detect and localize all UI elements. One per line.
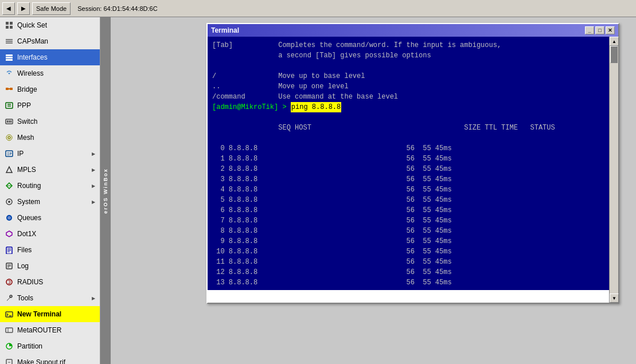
ping-row: 11 8.8.8.8 56 55 45ms (212, 257, 604, 267)
terminal-help-line-2: a second [Tab] gives possible options (212, 50, 604, 61)
svg-point-28 (7, 216, 11, 220)
terminal-blank-1 (212, 61, 604, 71)
sidebar-item-switch[interactable]: Switch (0, 113, 100, 130)
sidebar-item-mesh[interactable]: Mesh (0, 130, 100, 146)
ping-row: 4 8.8.8.8 56 55 45ms (212, 185, 604, 195)
close-button[interactable]: ✕ (606, 26, 615, 34)
bridge-icon (5, 85, 14, 94)
sidebar-item-system[interactable]: System ▶ (0, 194, 100, 210)
svg-rect-13 (6, 103, 13, 108)
sidebar-item-label: Interfaces (17, 53, 48, 61)
metarouter-icon (5, 326, 14, 335)
ping-rows-container: 0 8.8.8.8 56 55 45ms 1 8.8.8.8 56 55 45m… (212, 143, 604, 288)
sidebar-item-label: Dot1X (17, 230, 36, 238)
svg-rect-7 (6, 54, 13, 56)
sidebar-item-capsman[interactable]: CAPsMan (0, 33, 100, 49)
sidebar-item-partition[interactable]: Partition (0, 338, 100, 354)
safe-mode-button[interactable]: Safe Mode (32, 2, 71, 15)
radius-icon (5, 277, 14, 287)
ppp-icon (5, 101, 14, 110)
sidebar-item-ip[interactable]: IP IP ▶ (0, 146, 100, 162)
wireless-icon (5, 69, 14, 78)
sidebar-item-label: Make Supout.rif (17, 358, 65, 364)
log-icon (5, 261, 14, 271)
terminal-command: ping 8.8.8.8 (291, 102, 341, 112)
sidebar-item-wireless[interactable]: Wireless (0, 65, 100, 81)
capsman-icon (5, 37, 14, 46)
session-label: Session: 64:D1:54:44:8D:6C (77, 5, 157, 12)
sidebar-item-routing[interactable]: Routing ▶ (0, 178, 100, 194)
system-arrow: ▶ (92, 199, 95, 205)
ping-row: 7 8.8.8.8 56 55 45ms (212, 216, 604, 226)
quick-set-icon (5, 21, 14, 30)
sidebar-item-interfaces[interactable]: Interfaces (0, 49, 100, 65)
svg-marker-29 (6, 231, 12, 237)
sidebar-item-queues[interactable]: Queues (0, 210, 100, 226)
svg-point-21 (6, 135, 12, 140)
ip-arrow: ▶ (92, 151, 95, 156)
terminal-window: Terminal _ □ ✕ [Tab] Completes the comma… (206, 23, 619, 304)
tools-icon (5, 293, 14, 303)
sidebar-item-label: CAPsMan (17, 37, 48, 45)
terminal-help-line-5: /command Use command at the base level (212, 92, 604, 102)
main-layout: Quick Set CAPsMan Interfaces Wireless Br (0, 17, 636, 364)
dot1x-icon (5, 229, 14, 238)
terminal-prompt: [admin@MikroTik] > (212, 102, 291, 112)
maximize-button[interactable]: □ (595, 26, 604, 34)
terminal-body[interactable]: [Tab] Completes the command/word. If the… (208, 37, 609, 290)
sidebar-item-tools[interactable]: Tools ▶ (0, 290, 100, 306)
minimize-button[interactable]: _ (585, 26, 594, 34)
sidebar-item-label: Partition (17, 342, 42, 350)
sidebar-item-label: PPP (17, 101, 31, 109)
ping-row: 12 8.8.8.8 56 55 45ms (212, 267, 604, 277)
svg-point-20 (8, 136, 10, 139)
svg-rect-2 (6, 26, 9, 29)
tools-arrow: ▶ (92, 296, 95, 301)
sidebar-item-radius[interactable]: RADIUS (0, 274, 100, 290)
terminal-controls: _ □ ✕ (585, 26, 615, 34)
sidebar-item-label: Tools (17, 294, 33, 302)
sidebar-item-label: MetaROUTER (17, 326, 61, 334)
ping-row: 13 8.8.8.8 56 55 45ms (212, 277, 604, 288)
ping-row: 8 8.8.8.8 56 55 45ms (212, 226, 604, 236)
svg-rect-8 (6, 57, 13, 58)
sidebar-item-bridge[interactable]: Bridge (0, 81, 100, 97)
sidebar-item-label: Mesh (17, 134, 34, 142)
sidebar-item-mpls[interactable]: MPLS ▶ (0, 162, 100, 178)
routing-icon (5, 181, 14, 190)
sidebar: Quick Set CAPsMan Interfaces Wireless Br (0, 17, 100, 364)
scroll-down-button[interactable]: ▼ (610, 293, 619, 303)
svg-rect-11 (10, 88, 13, 90)
sidebar-item-label: Switch (17, 118, 37, 126)
system-icon (5, 197, 14, 206)
ping-row: 1 8.8.8.8 56 55 45ms (212, 154, 604, 164)
files-icon (5, 245, 14, 255)
svg-rect-18 (9, 120, 10, 123)
sidebar-item-log[interactable]: Log (0, 258, 100, 274)
sidebar-item-label: Bridge (17, 85, 37, 93)
ping-row: 6 8.8.8.8 56 55 45ms (212, 205, 604, 216)
sidebar-item-make-supout[interactable]: Make Supout.rif (0, 354, 100, 364)
terminal-scrollbar[interactable]: ▲ ▼ (609, 37, 618, 303)
svg-rect-47 (6, 359, 12, 364)
sidebar-item-quick-set[interactable]: Quick Set (0, 17, 100, 33)
sidebar-item-files[interactable]: Files (0, 242, 100, 258)
scroll-up-button[interactable]: ▲ (610, 37, 619, 46)
svg-point-26 (8, 201, 10, 203)
winbox-label-area: erOS WinBox (100, 17, 111, 364)
ip-icon: IP (5, 149, 14, 158)
sidebar-item-label: RADIUS (17, 278, 43, 286)
sidebar-item-ppp[interactable]: PPP (0, 97, 100, 113)
sidebar-item-new-terminal[interactable]: New Terminal (0, 306, 100, 322)
terminal-titlebar: Terminal _ □ ✕ (208, 24, 618, 37)
sidebar-item-metarouter[interactable]: MetaROUTER (0, 322, 100, 338)
svg-rect-10 (6, 88, 9, 90)
terminal-help-line-4: .. Move up one level (212, 81, 604, 92)
svg-text:IP: IP (7, 152, 11, 156)
sidebar-item-label: Files (17, 246, 32, 254)
forward-button[interactable]: ▶ (17, 2, 30, 15)
back-button[interactable]: ◀ (2, 2, 15, 15)
sidebar-item-dot1x[interactable]: Dot1X (0, 226, 100, 242)
routing-arrow: ▶ (92, 183, 95, 189)
sidebar-item-label: Quick Set (17, 21, 47, 29)
